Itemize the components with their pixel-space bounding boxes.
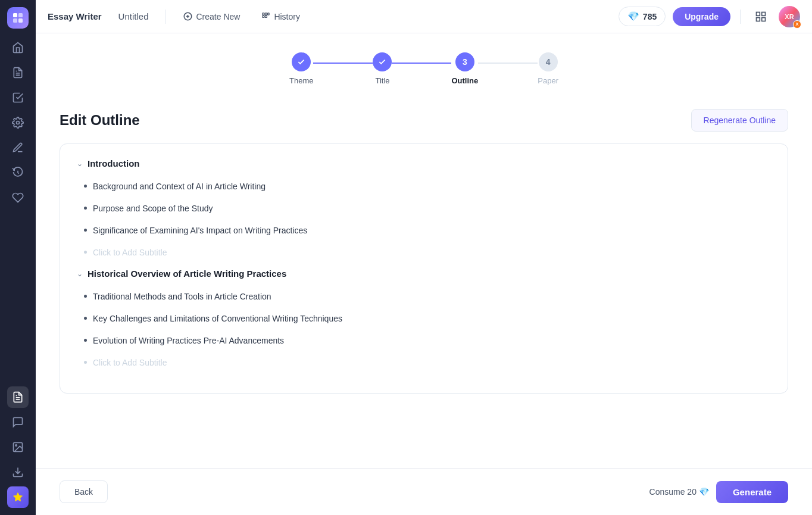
history-button[interactable]: History — [255, 8, 306, 25]
upgrade-button[interactable]: Upgrade — [673, 7, 730, 26]
svg-rect-22 — [762, 12, 766, 15]
history-icon — [261, 12, 270, 21]
document-name[interactable]: Untitled — [114, 9, 154, 24]
svg-point-6 — [17, 121, 20, 124]
credits-count: 785 — [643, 12, 657, 21]
list-item: Evolution of Writing Practices Pre-AI Ad… — [82, 330, 771, 352]
list-item: Background and Context of AI in Article … — [82, 176, 771, 198]
content-area: Theme Title 3 Outline — [36, 33, 812, 468]
list-item-text[interactable]: Significance of Examining AI's Impact on… — [93, 224, 307, 237]
topbar-divider-2 — [740, 10, 741, 24]
generate-button[interactable]: Generate — [716, 481, 788, 503]
list-item: Traditional Methods and Tools in Article… — [82, 286, 771, 308]
sidebar-item-home[interactable] — [7, 37, 29, 58]
sidebar-item-favorites[interactable] — [7, 187, 29, 208]
grid-icon-button[interactable] — [750, 6, 772, 27]
section-historical-list: Traditional Methods and Tools in Article… — [77, 286, 771, 374]
consume-text: Consume 20 💎 — [649, 487, 709, 497]
svg-rect-2 — [13, 18, 17, 23]
app-logo[interactable] — [7, 7, 29, 29]
bullet-dot — [84, 229, 87, 232]
add-subtitle-intro[interactable]: Click to Add Subtitle — [82, 242, 771, 264]
sidebar-item-history[interactable] — [7, 162, 29, 183]
outline-header: Edit Outline Regenerate Outline — [60, 109, 788, 132]
step-connector-1 — [313, 63, 373, 64]
svg-marker-12 — [14, 493, 23, 501]
add-subtitle-historical[interactable]: Click to Add Subtitle — [82, 352, 771, 374]
step-circle-theme — [292, 52, 311, 71]
sidebar-item-chat[interactable] — [7, 411, 29, 433]
chevron-intro-icon[interactable]: ⌄ — [77, 160, 83, 168]
plus-circle-icon — [183, 12, 192, 21]
sidebar — [0, 0, 36, 515]
sidebar-item-download[interactable] — [7, 461, 29, 483]
svg-rect-19 — [263, 15, 264, 17]
step-circle-title — [373, 52, 392, 71]
consume-diamond-icon: 💎 — [699, 487, 709, 497]
steps-container: Theme Title 3 Outline — [60, 52, 788, 85]
create-new-label: Create New — [196, 12, 240, 21]
sidebar-item-pen[interactable] — [7, 137, 29, 158]
chevron-historical-icon[interactable]: ⌄ — [77, 270, 83, 278]
avatar-badge: X — [793, 20, 801, 29]
footer: Back Consume 20 💎 Generate — [36, 468, 812, 515]
list-item: Key Challenges and Limitations of Conven… — [82, 308, 771, 330]
footer-right: Consume 20 💎 Generate — [649, 481, 788, 503]
topbar-divider — [165, 10, 165, 24]
list-item-text[interactable]: Background and Context of AI in Article … — [93, 180, 266, 193]
svg-rect-24 — [757, 17, 760, 21]
sidebar-item-essay-writer[interactable] — [7, 386, 29, 408]
step-connector-3 — [478, 63, 538, 64]
section-intro-title: Introduction — [88, 158, 139, 168]
check-icon-theme — [297, 58, 305, 66]
step-outline: 3 Outline — [451, 52, 478, 85]
list-item: Purpose and Scope of the Study — [82, 198, 771, 220]
credits-badge[interactable]: 💎 785 — [619, 7, 666, 26]
sidebar-item-documents[interactable] — [7, 62, 29, 83]
svg-rect-20 — [266, 15, 267, 17]
main-content: Essay Writer Untitled Create New History — [36, 0, 812, 515]
step-label-outline: Outline — [451, 76, 478, 85]
step-number-paper: 4 — [546, 57, 551, 67]
outline-card: ⌄ Introduction Background and Context of… — [60, 143, 788, 394]
list-item-text[interactable]: Purpose and Scope of the Study — [93, 202, 213, 215]
grid-icon — [755, 11, 767, 23]
svg-rect-23 — [762, 17, 766, 21]
topbar: Essay Writer Untitled Create New History — [36, 0, 812, 33]
section-intro-header: ⌄ Introduction — [77, 158, 771, 168]
user-avatar[interactable]: XR X — [779, 6, 800, 27]
step-theme: Theme — [289, 52, 313, 85]
bullet-dot — [84, 317, 87, 320]
svg-rect-16 — [263, 13, 264, 15]
consume-label: Consume 20 — [649, 487, 697, 497]
list-item-text[interactable]: Key Challenges and Limitations of Conven… — [93, 313, 342, 325]
check-icon-title — [378, 58, 386, 66]
sidebar-item-settings[interactable] — [7, 112, 29, 133]
sidebar-item-tasks[interactable] — [7, 87, 29, 108]
bullet-dot — [84, 295, 87, 298]
sidebar-item-image[interactable] — [7, 436, 29, 458]
svg-point-10 — [15, 445, 17, 447]
regenerate-button[interactable]: Regenerate Outline — [691, 109, 788, 132]
list-item: Significance of Examining AI's Impact on… — [82, 220, 771, 242]
page-title: Edit Outline — [60, 112, 140, 129]
avatar-initials: XR — [785, 13, 794, 20]
svg-rect-18 — [268, 13, 270, 15]
step-label-theme: Theme — [289, 76, 313, 85]
bullet-dot — [84, 339, 87, 342]
create-new-button[interactable]: Create New — [177, 8, 246, 25]
placeholder-text-intro[interactable]: Click to Add Subtitle — [93, 246, 167, 259]
step-connector-2 — [392, 63, 451, 64]
step-label-paper: Paper — [538, 76, 558, 85]
step-title: Title — [373, 52, 392, 85]
svg-rect-0 — [13, 13, 17, 17]
section-historical-title: Historical Overview of Article Writing P… — [88, 269, 286, 279]
step-number-outline: 3 — [463, 57, 467, 67]
list-item-text[interactable]: Evolution of Writing Practices Pre-AI Ad… — [93, 335, 284, 347]
sidebar-item-crown[interactable] — [7, 486, 29, 508]
bullet-dot — [84, 207, 87, 210]
list-item-text[interactable]: Traditional Methods and Tools in Article… — [93, 291, 271, 303]
placeholder-text-historical[interactable]: Click to Add Subtitle — [93, 357, 167, 369]
step-paper: 4 Paper — [538, 52, 558, 85]
back-button[interactable]: Back — [60, 480, 108, 503]
